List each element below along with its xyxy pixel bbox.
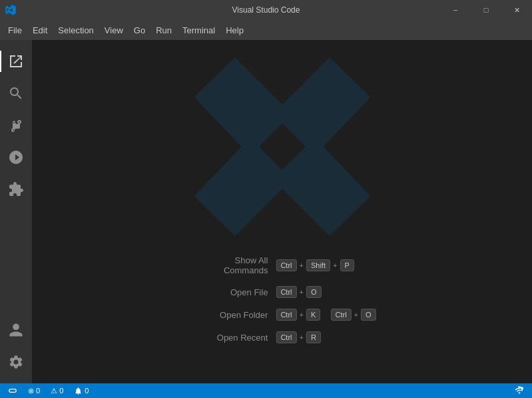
menu-selection[interactable]: Selection bbox=[53, 23, 99, 38]
menu-go[interactable]: Go bbox=[129, 23, 150, 38]
menu-view[interactable]: View bbox=[99, 23, 129, 38]
activity-bar bbox=[0, 40, 32, 383]
app-icon bbox=[5, 5, 16, 15]
status-errors[interactable]: ⊗ 0 bbox=[25, 387, 43, 395]
key-o2: O bbox=[361, 309, 376, 321]
key-ctrl: Ctrl bbox=[276, 259, 296, 271]
key-sep: + bbox=[299, 311, 303, 319]
activity-search[interactable] bbox=[0, 77, 32, 109]
shortcut-keys-recent: Ctrl + R bbox=[276, 331, 321, 343]
broadcast-icon bbox=[515, 386, 524, 395]
shortcut-open-folder: Open Folder Ctrl + K Ctrl + O bbox=[188, 309, 376, 321]
notification-icon bbox=[74, 387, 83, 395]
shortcut-show-commands: Show AllCommands Ctrl + Shift + P bbox=[188, 255, 376, 275]
main-area: Show AllCommands Ctrl + Shift + P Open F… bbox=[0, 40, 532, 383]
close-button[interactable]: ✕ bbox=[501, 0, 532, 20]
menu-help[interactable]: Help bbox=[220, 23, 249, 38]
menu-bar: File Edit Selection View Go Run Terminal… bbox=[0, 20, 532, 40]
key-o: O bbox=[306, 286, 322, 298]
minimize-button[interactable]: − bbox=[440, 0, 471, 20]
key-sep: + bbox=[299, 261, 303, 269]
key-ctrl: Ctrl bbox=[276, 331, 296, 343]
status-broadcast[interactable] bbox=[512, 386, 527, 395]
window-controls: − □ ✕ bbox=[440, 0, 532, 20]
activity-source-control[interactable] bbox=[0, 109, 32, 141]
shortcut-label-folder: Open Folder bbox=[188, 310, 268, 320]
activity-run[interactable] bbox=[0, 141, 32, 173]
title-bar: Visual Studio Code − □ ✕ bbox=[0, 0, 532, 20]
shortcut-keys-folder: Ctrl + K Ctrl + O bbox=[276, 309, 376, 321]
maximize-button[interactable]: □ bbox=[471, 0, 501, 20]
activity-explorer[interactable] bbox=[0, 45, 32, 77]
key-sep2: + bbox=[333, 261, 337, 269]
status-warnings[interactable]: ⚠ 0 bbox=[48, 387, 66, 395]
key-ctrl: Ctrl bbox=[276, 309, 296, 321]
error-icon: ⊗ bbox=[28, 387, 34, 395]
shortcut-keys-file: Ctrl + O bbox=[276, 286, 321, 298]
editor-area: Show AllCommands Ctrl + Shift + P Open F… bbox=[32, 40, 532, 383]
activity-settings[interactable] bbox=[0, 346, 32, 378]
shortcut-label-file: Open File bbox=[188, 287, 268, 297]
key-ctrl2: Ctrl bbox=[331, 309, 352, 321]
key-k: K bbox=[306, 309, 320, 321]
key-r: R bbox=[306, 331, 321, 343]
shortcut-label-commands: Show AllCommands bbox=[188, 255, 268, 275]
status-bar: ⊗ 0 ⚠ 0 0 bbox=[0, 383, 532, 398]
shortcut-label-recent: Open Recent bbox=[188, 333, 268, 343]
menu-file[interactable]: File bbox=[3, 23, 27, 38]
key-p: P bbox=[340, 259, 354, 271]
activity-account[interactable] bbox=[0, 314, 32, 346]
activity-extensions[interactable] bbox=[0, 173, 32, 205]
shortcut-open-recent: Open Recent Ctrl + R bbox=[188, 331, 376, 343]
key-sep: + bbox=[299, 333, 303, 341]
key-ctrl: Ctrl bbox=[276, 286, 296, 298]
key-sep2: + bbox=[354, 311, 358, 319]
menu-edit[interactable]: Edit bbox=[27, 23, 53, 38]
menu-run[interactable]: Run bbox=[150, 23, 177, 38]
shortcuts-section: Show AllCommands Ctrl + Shift + P Open F… bbox=[188, 255, 376, 343]
status-right bbox=[512, 386, 527, 395]
key-sep: + bbox=[299, 288, 303, 296]
menu-terminal[interactable]: Terminal bbox=[177, 23, 220, 38]
error-count: 0 bbox=[36, 387, 40, 395]
warning-icon: ⚠ bbox=[51, 387, 57, 395]
shortcut-keys-commands: Ctrl + Shift + P bbox=[276, 259, 354, 271]
remote-icon bbox=[8, 386, 17, 395]
vscode-logo bbox=[189, 53, 376, 240]
notification-count: 0 bbox=[85, 387, 89, 395]
key-shift: Shift bbox=[306, 259, 330, 271]
status-remote[interactable] bbox=[5, 386, 20, 395]
warning-count: 0 bbox=[59, 387, 63, 395]
window-title: Visual Studio Code bbox=[232, 5, 300, 15]
shortcut-open-file: Open File Ctrl + O bbox=[188, 286, 376, 298]
status-notifications[interactable]: 0 bbox=[71, 387, 91, 395]
activity-bottom bbox=[0, 314, 32, 383]
